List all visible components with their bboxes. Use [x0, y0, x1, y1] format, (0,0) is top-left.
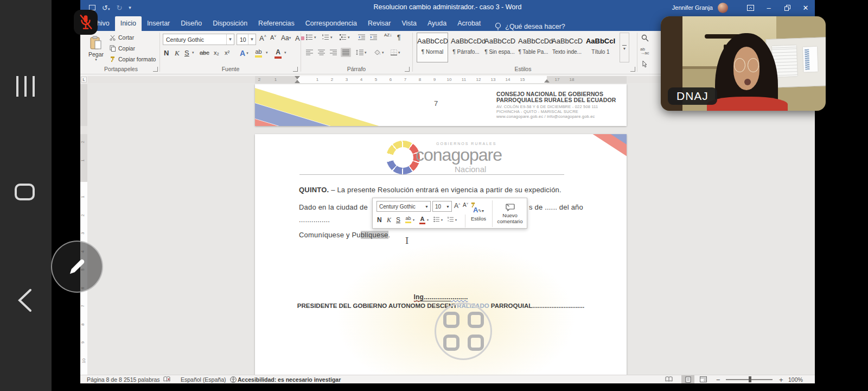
font-color-dropdown[interactable]: ▾: [284, 51, 286, 55]
read-mode-icon[interactable]: [665, 376, 673, 383]
bullets-button[interactable]: ▾: [306, 34, 316, 40]
document-canvas[interactable]: 7 CONSEJO NACIONAL DE GOBIERNOS PARROQUI…: [87, 83, 815, 375]
accessibility-icon[interactable]: [230, 376, 237, 383]
tab-acrobat[interactable]: Acrobat: [452, 16, 486, 31]
style-sin-espaciado[interactable]: AaBbCcD¶ Sin espa...: [484, 33, 515, 62]
style-texto-independiente[interactable]: AaBbCcDTexto inde...: [551, 33, 583, 62]
restore-button[interactable]: [778, 0, 796, 15]
style-titulo-1[interactable]: AaBbCcITítulo 1: [585, 33, 616, 62]
font-dialog-launcher[interactable]: [293, 67, 298, 72]
mini-bold[interactable]: N: [377, 216, 382, 224]
vertical-ruler[interactable]: 2 1 1 2 3 4 5 6 7 8 9 10: [80, 83, 87, 375]
tab-stop-selector[interactable]: L: [81, 77, 87, 83]
highlight-button[interactable]: ab: [255, 48, 262, 58]
annotate-pencil-button[interactable]: [51, 241, 103, 293]
font-name-combo[interactable]: Century Gothic▼: [163, 34, 234, 45]
mini-underline[interactable]: S: [396, 216, 400, 224]
back-icon[interactable]: [16, 288, 34, 313]
mini-italic[interactable]: K: [387, 216, 391, 224]
line-spacing-button[interactable]: ▾: [356, 49, 367, 55]
minimize-button[interactable]: –: [760, 0, 778, 15]
mini-styles-button[interactable]: A✎▾ Estilos: [467, 200, 490, 227]
styles-gallery-more-button[interactable]: ▼: [620, 33, 629, 62]
tab-diseno[interactable]: Diseño: [175, 16, 207, 31]
mini-bullets-dropdown[interactable]: ▾: [441, 218, 443, 222]
bold-button[interactable]: N: [164, 49, 169, 57]
superscript-button[interactable]: x²: [225, 49, 229, 56]
align-right-button[interactable]: [330, 49, 337, 55]
strikethrough-button[interactable]: abc: [200, 49, 209, 56]
change-case-button[interactable]: Aa▾: [281, 34, 291, 42]
underline-dropdown[interactable]: ▾: [192, 51, 194, 55]
tab-revisar[interactable]: Revisar: [362, 16, 396, 31]
mini-numbering-dropdown[interactable]: ▾: [455, 218, 457, 222]
first-line-indent-marker[interactable]: [295, 76, 300, 83]
mini-grow-font[interactable]: A˄: [454, 202, 461, 210]
accessibility-status[interactable]: Accesibilidad: es necesario investigar: [238, 376, 341, 383]
recents-icon[interactable]: [16, 76, 35, 97]
print-layout-icon[interactable]: [681, 375, 694, 383]
mini-bullets[interactable]: [433, 217, 440, 222]
subscript-button[interactable]: x₂: [214, 49, 219, 56]
mini-size-combo[interactable]: 10▼: [432, 201, 452, 212]
web-layout-icon[interactable]: [700, 376, 707, 383]
style-parrafo[interactable]: AaBbCcDd¶ Párrafo...: [450, 33, 482, 62]
highlight-dropdown[interactable]: ▾: [266, 51, 268, 55]
zoom-level[interactable]: 100%: [788, 376, 803, 383]
numbering-button[interactable]: ▾: [322, 34, 333, 40]
font-size-combo[interactable]: 10▼: [237, 34, 256, 45]
paragraph-dialog-launcher[interactable]: [405, 67, 410, 72]
search-button[interactable]: [641, 34, 649, 42]
select-button[interactable]: [642, 60, 648, 67]
tab-inicio[interactable]: Inicio: [115, 16, 142, 31]
decrease-indent-button[interactable]: [358, 34, 365, 40]
sort-button[interactable]: AZ↓: [384, 34, 392, 37]
mini-font-combo[interactable]: Century Gothic▼: [376, 201, 431, 212]
grow-font-button[interactable]: A˄: [259, 34, 266, 42]
align-center-button[interactable]: [318, 49, 325, 55]
tab-correspondencia[interactable]: Correspondencia: [300, 16, 362, 31]
replace-button[interactable]: ab→ac: [640, 47, 649, 55]
right-indent-marker[interactable]: [544, 79, 550, 83]
zoom-out-button[interactable]: −: [716, 376, 720, 383]
justify-button[interactable]: [341, 48, 351, 57]
tell-me-box[interactable]: ¿Qué desea hacer?: [495, 22, 565, 31]
zoom-slider[interactable]: [726, 379, 773, 380]
clipboard-dialog-launcher[interactable]: [153, 67, 158, 72]
mini-font-color-dropdown[interactable]: ▾: [427, 218, 429, 222]
shading-button[interactable]: ▾: [374, 49, 384, 55]
proofing-icon[interactable]: [163, 376, 170, 383]
underline-button[interactable]: S: [184, 49, 189, 57]
word-count[interactable]: 2515 palabras: [124, 376, 160, 383]
tab-ayuda[interactable]: Ayuda: [422, 16, 452, 31]
borders-button[interactable]: ▾: [391, 49, 400, 55]
mini-numbering[interactable]: [448, 217, 454, 222]
zoom-in-button[interactable]: +: [779, 376, 783, 383]
tab-referencias[interactable]: Referencias: [253, 16, 300, 31]
tab-insertar[interactable]: Insertar: [142, 16, 175, 31]
text-effects-button[interactable]: A▾: [240, 49, 248, 58]
home-icon[interactable]: [15, 184, 35, 200]
ribbon-display-options-icon[interactable]: [741, 0, 760, 15]
style-table-paragraph[interactable]: AaBbCcDd¶ Table Pa...: [518, 33, 549, 62]
mini-font-color[interactable]: A: [419, 216, 425, 224]
cut-button[interactable]: Cortar: [110, 34, 134, 41]
mini-new-comment-button[interactable]: Nuevo comentario: [494, 200, 526, 227]
increase-indent-button[interactable]: [370, 34, 377, 40]
shrink-font-button[interactable]: A˅: [270, 34, 276, 41]
webcam-overlay[interactable]: DNAJ: [661, 16, 826, 111]
language-indicator[interactable]: Español (España): [181, 376, 226, 383]
tab-disposicion[interactable]: Disposición: [207, 16, 253, 31]
italic-button[interactable]: K: [175, 49, 180, 58]
user-name[interactable]: Jennifer Granja: [672, 4, 713, 11]
clear-formatting-button[interactable]: A: [295, 34, 304, 42]
styles-dialog-launcher[interactable]: [630, 67, 635, 72]
tab-vista[interactable]: Vista: [396, 16, 422, 31]
font-color-button[interactable]: A: [275, 48, 282, 59]
muted-microphone-badge[interactable]: [74, 10, 98, 35]
user-avatar[interactable]: [718, 3, 728, 13]
copy-button[interactable]: Copiar: [110, 45, 135, 52]
mini-highlight[interactable]: ab: [405, 216, 411, 223]
paste-button[interactable]: Pegar ▾: [86, 33, 106, 65]
close-button[interactable]: ✕: [796, 0, 815, 15]
